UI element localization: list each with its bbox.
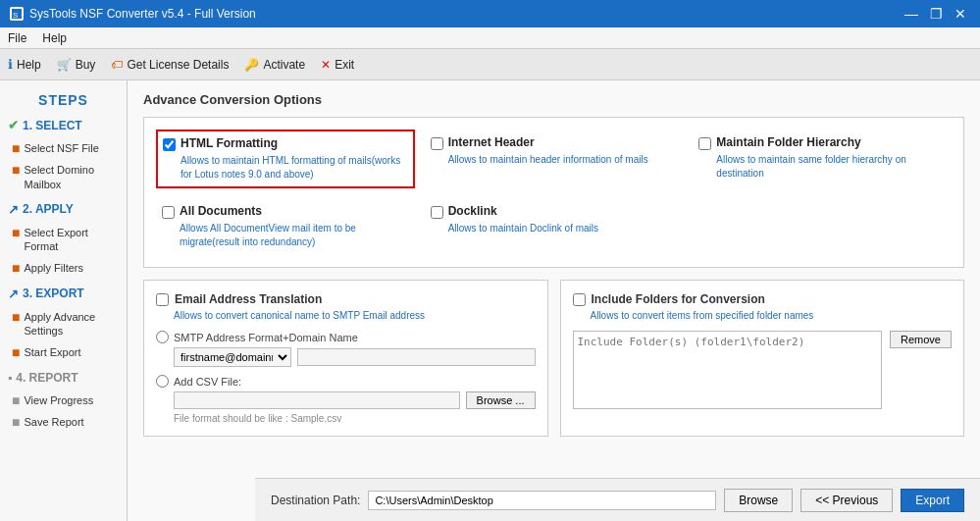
all-documents-desc: Allows All DocumentView mail item to be … (162, 222, 409, 249)
bullet-icon7: ■ (12, 393, 20, 407)
step2-label: 2. APPLY (23, 202, 74, 216)
exit-icon: ✕ (321, 58, 331, 72)
html-formatting-desc: Allows to maintain HTML formatting of ma… (163, 154, 408, 182)
sidebar-item-save-report: ■ Save Report (8, 412, 119, 432)
toolbar-help[interactable]: ℹ Help (8, 57, 41, 72)
smtp-input-row: firstname@domainname (156, 347, 536, 367)
help-icon: ℹ (8, 57, 13, 72)
file-hint: File format should be like : Sample.csv (156, 413, 536, 424)
step2-arrow-icon: ↗ (8, 202, 19, 217)
maintain-folder-checkbox[interactable] (698, 137, 711, 150)
sidebar-item-select-nsf[interactable]: ■ Select NSF File (8, 138, 119, 158)
toolbar-buy-label: Buy (76, 58, 96, 72)
csv-browse-button[interactable]: Browse ... (466, 391, 536, 409)
folder-panel-desc: Allows to convert items from specified f… (573, 310, 953, 321)
sidebar-item-filters-label: Apply Filters (24, 261, 83, 275)
html-formatting-checkbox[interactable] (163, 138, 176, 151)
smtp-options: SMTP Address Format+Domain Name firstnam… (156, 331, 536, 424)
maintain-folder-desc: Allows to maintain same folder hierarchy… (698, 153, 946, 181)
sidebar-item-start-export[interactable]: ■ Start Export (8, 342, 119, 362)
folder-conversion-checkbox[interactable] (573, 293, 586, 306)
svg-text:S: S (13, 11, 18, 19)
toolbar-license[interactable]: 🏷 Get License Details (111, 58, 229, 72)
docklink-option: Docklink Allows to maintain Doclink of m… (425, 198, 684, 255)
steps-title: STEPS (8, 92, 119, 108)
toolbar-license-label: Get License Details (127, 58, 229, 72)
step4-header: ▪ 4. REPORT (8, 371, 119, 385)
sidebar-item-domino-label: Select Domino Mailbox (24, 163, 115, 191)
internet-header-checkbox[interactable] (431, 137, 443, 150)
html-formatting-option: HTML Formatting Allows to maintain HTML … (156, 130, 415, 188)
docklink-label: Docklink (448, 204, 497, 218)
folder-textarea[interactable] (573, 331, 883, 409)
sidebar: STEPS ✔ 1. SELECT ■ Select NSF File ■ Se… (0, 80, 128, 521)
csv-input-row: Browse ... (156, 391, 536, 409)
sidebar-item-domino[interactable]: ■ Select Domino Mailbox (8, 160, 119, 194)
dest-path-input[interactable] (368, 491, 716, 510)
export-button[interactable]: Export (901, 489, 964, 512)
email-panel-desc: Allows to convert canonical name to SMTP… (156, 310, 536, 321)
minimize-button[interactable]: — (901, 6, 922, 22)
previous-button[interactable]: << Previous (800, 489, 893, 512)
folder-panel: Include Folders for Conversion Allows to… (560, 280, 965, 437)
step3-header: ↗ 3. EXPORT (8, 287, 119, 301)
sidebar-item-progress-label: View Progress (24, 393, 93, 407)
bullet-icon6: ■ (12, 345, 20, 359)
step3-arrow-icon: ↗ (8, 287, 19, 301)
toolbar: ℹ Help 🛒 Buy 🏷 Get License Details 🔑 Act… (0, 49, 980, 80)
email-panel-title: Email Address Translation (175, 292, 322, 306)
all-documents-label: All Documents (180, 204, 262, 218)
toolbar-buy[interactable]: 🛒 Buy (57, 58, 96, 72)
advance-section-title: Advance Conversion Options (143, 92, 964, 107)
csv-file-input[interactable] (174, 391, 460, 409)
step1-check-icon: ✔ (8, 118, 19, 132)
restore-button[interactable]: ❐ (926, 6, 947, 22)
email-panel-header: Email Address Translation (156, 292, 536, 306)
maintain-folder-label: Maintain Folder Hierarchy (716, 135, 860, 149)
close-button[interactable]: ✕ (951, 6, 970, 22)
folder-panel-header: Include Folders for Conversion (573, 292, 953, 306)
title-bar: S SysTools NSF Converter v5.4 - Full Ver… (0, 0, 980, 27)
toolbar-exit[interactable]: ✕ Exit (321, 58, 354, 72)
csv-label: Add CSV File: (174, 376, 241, 388)
step2-header: ↗ 2. APPLY (8, 202, 119, 217)
docklink-checkbox[interactable] (431, 206, 443, 219)
main-container: STEPS ✔ 1. SELECT ■ Select NSF File ■ Se… (0, 80, 980, 521)
step1-header: ✔ 1. SELECT (8, 118, 119, 132)
content-area: Advance Conversion Options HTML Formatti… (128, 80, 980, 521)
dest-path-label: Destination Path: (271, 494, 360, 507)
smtp-label: SMTP Address Format+Domain Name (174, 332, 358, 343)
sidebar-item-export-format[interactable]: ■ Select Export Format (8, 223, 119, 257)
all-documents-option: All Documents Allows All DocumentView ma… (156, 198, 415, 255)
smtp-domain-input[interactable] (297, 348, 536, 366)
internet-header-label: Internet Header (448, 135, 535, 149)
sidebar-item-advance-settings[interactable]: ■ Apply Advance Settings (8, 307, 119, 341)
step1-label: 1. SELECT (23, 119, 82, 132)
menu-help[interactable]: Help (42, 31, 67, 45)
window-controls[interactable]: — ❐ ✕ (901, 6, 970, 22)
all-documents-checkbox[interactable] (162, 206, 175, 219)
internet-header-desc: Allows to maintain header information of… (431, 153, 678, 167)
menu-file[interactable]: File (8, 31, 26, 45)
sidebar-item-filters[interactable]: ■ Apply Filters (8, 258, 119, 278)
toolbar-activate[interactable]: 🔑 Activate (244, 58, 305, 72)
folder-panel-title: Include Folders for Conversion (592, 292, 765, 306)
sidebar-item-advance-label: Apply Advance Settings (24, 310, 115, 339)
bullet-icon: ■ (12, 141, 20, 155)
footer-bar: Destination Path: Browse << Previous Exp… (255, 478, 980, 521)
menu-bar: File Help (0, 27, 980, 49)
license-icon: 🏷 (111, 58, 123, 72)
folder-panel-inner: Remove (573, 331, 953, 409)
csv-radio-item: Add CSV File: (156, 375, 536, 388)
csv-radio[interactable] (156, 375, 169, 388)
sidebar-item-report-label: Save Report (24, 415, 83, 429)
smtp-radio[interactable] (156, 331, 169, 343)
sidebar-item-format-label: Select Export Format (24, 226, 115, 254)
folder-remove-button[interactable]: Remove (890, 331, 952, 348)
smtp-select[interactable]: firstname@domainname (174, 347, 291, 367)
bullet-icon3: ■ (12, 226, 20, 239)
step4-label: 4. REPORT (16, 371, 77, 385)
email-translation-checkbox[interactable] (156, 293, 169, 306)
smtp-radio-item: SMTP Address Format+Domain Name (156, 331, 536, 343)
browse-button[interactable]: Browse (724, 489, 793, 512)
